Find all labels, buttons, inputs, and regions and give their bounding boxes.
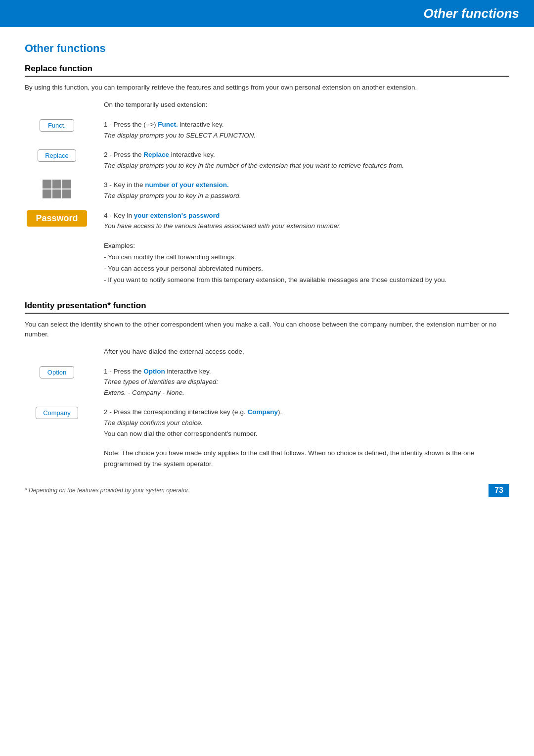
identity-step-2-key: Company	[25, 407, 89, 419]
examples-title: Examples:	[104, 242, 135, 249]
funct-key-button[interactable]: Funct.	[40, 119, 74, 132]
identity-label-above-row: After you have dialed the external acces…	[25, 346, 509, 357]
replace-step-1-key: Funct.	[25, 119, 89, 132]
identity-step-2-text: 2 - Press the corresponding interactive …	[104, 407, 282, 439]
example-1: - You can modify the call forwarding set…	[104, 253, 236, 261]
identity-step-1-key: Option	[25, 366, 89, 378]
identity-section: Identity presentation* function You can …	[25, 301, 509, 497]
option-key-button[interactable]: Option	[40, 366, 74, 378]
replace-step-2-key: Replace	[25, 149, 89, 162]
replace-step-3: 3 - Key in the number of your extension.…	[25, 180, 509, 201]
replace-step-2: Replace 2 - Press the Replace interactiv…	[25, 149, 509, 171]
identity-section-title: Identity presentation* function	[25, 301, 509, 314]
note-text: The choice you have made only applies to…	[104, 449, 474, 468]
identity-intro: You can select the identity shown to the…	[25, 320, 509, 340]
identity-note: Note: The choice you have made only appl…	[104, 448, 509, 469]
footnote-row: * Depending on the features provided by …	[25, 484, 509, 497]
replace-examples: Examples: - You can modify the call forw…	[104, 240, 509, 286]
identity-label-above: After you have dialed the external acces…	[104, 346, 244, 357]
identity-step-2: Company 2 - Press the corresponding inte…	[25, 407, 509, 439]
header-bar: Other functions	[0, 0, 534, 27]
company-key-button[interactable]: Company	[36, 407, 78, 419]
password-key-button[interactable]: Password	[27, 210, 87, 227]
example-2: - You can access your personal abbreviat…	[104, 265, 263, 272]
identity-step-1: Option 1 - Press the Option interactive …	[25, 366, 509, 398]
replace-label-above: On the temporarily used extension:	[104, 99, 207, 110]
replace-step-4-text: 4 - Key in your extension's password You…	[104, 210, 341, 232]
footnote-text: * Depending on the features provided by …	[25, 487, 190, 494]
header-title: Other functions	[423, 6, 519, 21]
replace-step-1-text: 1 - Press the (-->) Funct. interactive k…	[104, 119, 256, 141]
replace-step-2-text: 2 - Press the Replace interactive key. T…	[104, 149, 404, 171]
page-main-title: Other functions	[25, 42, 509, 55]
replace-section-title: Replace function	[25, 64, 509, 77]
replace-label-above-row: On the temporarily used extension:	[25, 99, 509, 110]
numpad-icon	[43, 180, 71, 198]
replace-intro: By using this function, you can temporar…	[25, 83, 509, 93]
replace-step-3-text: 3 - Key in the number of your extension.…	[104, 180, 241, 201]
page-number: 73	[489, 484, 509, 497]
replace-step-4-key: Password	[25, 210, 89, 227]
page-content: Other functions Replace function By usin…	[0, 27, 534, 517]
replace-step-3-key	[25, 180, 89, 198]
identity-step-1-text: 1 - Press the Option interactive key. Th…	[104, 366, 218, 398]
replace-key-button[interactable]: Replace	[38, 149, 76, 162]
example-3: - If you want to notify someone from thi…	[104, 276, 446, 284]
replace-section: Replace function By using this function,…	[25, 64, 509, 286]
replace-step-4: Password 4 - Key in your extension's pas…	[25, 210, 509, 232]
replace-step-1: Funct. 1 - Press the (-->) Funct. intera…	[25, 119, 509, 141]
note-bold-label: Note:	[104, 449, 120, 457]
